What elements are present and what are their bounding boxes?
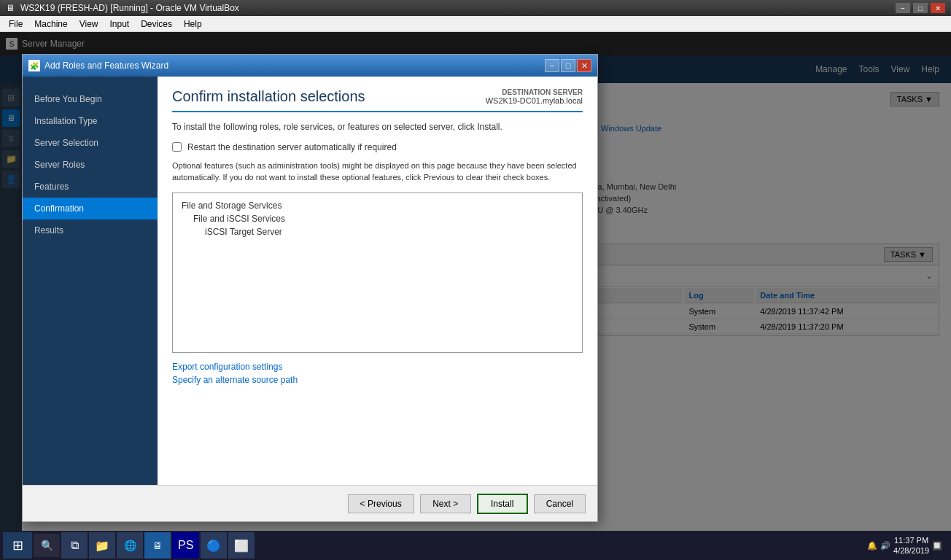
vbox-window-controls: − □ ✕ [896,3,945,13]
start-button[interactable]: ⊞ [3,532,32,559]
clock-date: 4/28/2019 [893,545,929,556]
dialog-footer: < Previous Next > Install Cancel [23,485,597,521]
dialog-controls: − □ ✕ [545,59,591,72]
destination-server-name: WS2K19-DC01.mylab.local [486,96,583,105]
taskbar-server-manager[interactable]: 🖥 [144,532,171,559]
vm-area: S Server Manager Manage Tools View Help … [0,32,951,560]
destination-server-info: DESTINATION SERVER WS2K19-DC01.mylab.loc… [486,88,583,105]
instruction-text: To install the following roles, role ser… [172,121,583,133]
optional-features-text: Optional features (such as administratio… [172,160,583,184]
add-roles-dialog: 🧩 Add Roles and Features Wizard − □ ✕ Be… [22,54,598,522]
nav-item-features[interactable]: Features [23,176,158,198]
vbox-menubar: File Machine View Input Devices Help [0,16,951,32]
taskbar-file-explorer[interactable]: 📁 [89,532,115,559]
previous-button[interactable]: < Previous [348,494,414,513]
export-config-link[interactable]: Export configuration settings [172,362,282,372]
vbox-maximize-btn[interactable]: □ [913,3,928,13]
tray-volume-icon: 🔊 [880,541,890,551]
dialog-minimize-btn[interactable]: − [545,59,559,72]
tray-network-icon: 🔔 [867,541,877,551]
dialog-nav: Before You BeginInstallation TypeServer … [23,77,158,485]
nav-item-server-selection[interactable]: Server Selection [23,132,158,154]
taskbar-tray: 🔔 🔊 11:37 PM 4/28/2019 🔲 [861,535,948,556]
restart-checkbox-label[interactable]: Restart the destination server automatic… [187,142,397,152]
restart-checkbox-row: Restart the destination server automatic… [172,142,583,152]
dialog-icon: 🧩 [28,60,40,71]
clock-time: 11:37 PM [893,535,929,545]
nav-item-server-roles[interactable]: Server Roles [23,154,158,176]
alt-source-link[interactable]: Specify an alternate source path [172,375,298,385]
vbox-title: WS2K19 (FRESH-AD) [Running] - Oracle VM … [20,3,896,13]
taskbar-clock: 11:37 PM 4/28/2019 [893,535,929,556]
nav-item-before-you-begin[interactable]: Before You Begin [23,88,158,110]
vbox-icon: 🖥 [6,3,15,13]
nav-item-results[interactable]: Results [23,219,158,241]
vbox-menu-file[interactable]: File [3,18,28,31]
vbox-menu-devices[interactable]: Devices [135,18,178,31]
vbox-menu-help[interactable]: Help [178,18,208,31]
taskbar: ⊞ 🔍 ⧉ 📁 🌐 🖥 PS 🔵 ⬜ 🔔 🔊 11:37 PM 4/28/201… [0,531,951,560]
dialog-main-content: Confirm installation selections DESTINAT… [158,77,597,485]
feature-item: iSCSI Target Server [182,225,573,238]
notification-icon[interactable]: 🔲 [932,541,942,551]
feature-item: File and Storage Services [182,199,573,212]
dialog-titlebar: 🧩 Add Roles and Features Wizard − □ ✕ [23,55,597,77]
dialog-heading: Confirm installation selections [172,88,365,105]
vbox-minimize-btn[interactable]: − [896,3,910,13]
dialog-body: Before You BeginInstallation TypeServer … [23,77,597,485]
vbox-menu-input[interactable]: Input [104,18,136,31]
nav-item-confirmation[interactable]: Confirmation [23,198,158,219]
taskbar-search-button[interactable]: 🔍 [34,534,60,557]
install-button[interactable]: Install [477,494,528,514]
vbox-menu-view[interactable]: View [74,18,104,31]
dialog-close-btn[interactable]: ✕ [577,59,591,72]
dialog-title: Add Roles and Features Wizard [44,61,545,71]
dialog-content-header: Confirm installation selections DESTINAT… [172,88,583,112]
alt-source-link-row: Specify an alternate source path [172,375,583,385]
cancel-button[interactable]: Cancel [534,494,586,513]
modal-overlay: 🧩 Add Roles and Features Wizard − □ ✕ Be… [0,32,951,560]
restart-checkbox[interactable] [172,142,182,152]
next-button[interactable]: Next > [420,494,471,513]
taskbar-task-view[interactable]: ⧉ [61,532,88,559]
feature-list-box: File and Storage ServicesFile and iSCSI … [172,192,583,353]
taskbar-extra1[interactable]: ⬜ [228,532,255,559]
taskbar-powershell[interactable]: PS [172,532,199,559]
destination-label: DESTINATION SERVER [486,88,583,96]
vbox-menu-machine[interactable]: Machine [28,18,73,31]
taskbar-edge[interactable]: 🌐 [117,532,143,559]
taskbar-chrome[interactable]: 🔵 [201,532,227,559]
vbox-close-btn[interactable]: ✕ [931,3,945,13]
export-config-link-row: Export configuration settings [172,362,583,372]
feature-item: File and iSCSI Services [182,212,573,225]
vbox-titlebar: 🖥 WS2K19 (FRESH-AD) [Running] - Oracle V… [0,0,951,16]
nav-item-installation-type[interactable]: Installation Type [23,110,158,132]
dialog-restore-btn[interactable]: □ [561,59,575,72]
